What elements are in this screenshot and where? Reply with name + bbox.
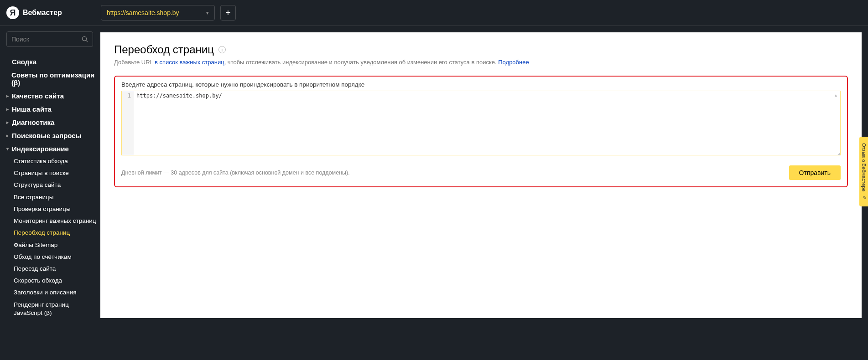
search-placeholder: Поиск <box>11 36 29 43</box>
page-subtitle: Добавьте URL в список важных страниц, чт… <box>114 59 848 66</box>
editor-content: https://samesaite.shop.by/ <box>122 91 840 99</box>
subtitle-mid: , чтобы отслеживать индексирование и пол… <box>224 59 499 66</box>
nav-label: Индексирование <box>12 145 69 153</box>
send-button[interactable]: Отправить <box>789 165 841 180</box>
subtitle-pre: Добавьте URL <box>114 59 155 66</box>
sub-crawl-speed[interactable]: Скорость обхода <box>14 275 97 287</box>
sub-pages-search[interactable]: Страницы в поиске <box>14 167 97 179</box>
caret-right-icon: ▸ <box>6 133 11 138</box>
top-header: Я Вебмастер https://samesaite.shop.by ▾ … <box>0 0 868 26</box>
daily-limit-text: Дневной лимит — 30 адресов для сайта (вк… <box>121 170 350 176</box>
sub-sitemap[interactable]: Файлы Sitemap <box>14 239 97 251</box>
highlighted-form: Введите адреса страниц, которые нужно пр… <box>114 76 848 187</box>
sub-recrawl[interactable]: Переобход страниц <box>14 227 97 239</box>
sidebar: Поиск Сводка Советы по оптимизации (β) ▸… <box>0 26 99 324</box>
selected-site-url: https://samesaite.shop.by <box>107 9 179 16</box>
chevron-down-icon: ▾ <box>206 10 209 16</box>
sub-js-render[interactable]: Рендеринг страниц JavaScript (β) <box>14 299 97 319</box>
page-title-text: Переобход страниц <box>114 43 214 56</box>
more-link[interactable]: Подробнее <box>498 59 529 66</box>
sub-monitoring[interactable]: Мониторинг важных страниц <box>14 215 97 227</box>
nav-diagnostics[interactable]: ▸Диагностика <box>6 116 97 129</box>
urls-input-label: Введите адреса страниц, которые нужно пр… <box>121 81 841 88</box>
nav-label: Сводка <box>12 58 36 66</box>
nav-indexing[interactable]: ▾Индексирование <box>6 142 97 155</box>
service-name: Вебмастер <box>23 9 62 17</box>
nav-label: Качество сайта <box>12 92 64 100</box>
sub-structure[interactable]: Структура сайта <box>14 179 97 191</box>
search-icon <box>82 36 88 44</box>
main-content: Переобход страниц i Добавьте URL в списо… <box>100 32 862 318</box>
sub-page-check[interactable]: Проверка страницы <box>14 203 97 215</box>
sub-crawl-stats[interactable]: Статистика обхода <box>14 155 97 167</box>
sub-site-move[interactable]: Переезд сайта <box>14 263 97 275</box>
scroll-up-icon[interactable]: ▴ <box>835 93 839 97</box>
important-pages-link[interactable]: в список важных страниц <box>155 59 224 66</box>
nav-label: Советы по оптимизации (β) <box>11 71 97 87</box>
nav-label: Ниша сайта <box>12 105 52 113</box>
caret-right-icon: ▸ <box>6 120 11 125</box>
nav-summary[interactable]: Сводка <box>6 55 97 68</box>
sub-counters[interactable]: Обход по счётчикам <box>14 251 97 263</box>
editor-gutter: 1 <box>122 91 134 155</box>
urls-code-editor[interactable]: 1 https://samesaite.shop.by/ ▴ ◢ <box>121 91 841 155</box>
nav-label: Диагностика <box>12 118 54 126</box>
yandex-logo-icon: Я <box>6 6 19 19</box>
site-dropdown[interactable]: https://samesaite.shop.by ▾ <box>101 5 215 21</box>
caret-down-icon: ▾ <box>6 146 11 151</box>
sidebar-search-input[interactable]: Поиск <box>6 31 93 47</box>
feedback-icon: ✎ <box>861 194 867 200</box>
svg-line-1 <box>86 41 88 42</box>
sub-titles[interactable]: Заголовки и описания <box>14 287 97 298</box>
nav-niche[interactable]: ▸Ниша сайта <box>6 103 97 116</box>
nav-quality[interactable]: ▸Качество сайта <box>6 89 97 103</box>
add-site-button[interactable]: + <box>220 5 236 21</box>
nav-label: Поисковые запросы <box>12 132 81 139</box>
caret-right-icon: ▸ <box>6 93 11 98</box>
indexing-submenu: Статистика обхода Страницы в поиске Стру… <box>6 155 97 319</box>
site-selector-block: https://samesaite.shop.by ▾ + <box>101 5 236 21</box>
page-title: Переобход страниц i <box>114 43 848 56</box>
nav-advice[interactable]: Советы по оптимизации (β) <box>6 68 97 89</box>
caret-right-icon: ▸ <box>6 107 11 112</box>
feedback-tab[interactable]: Отзыв о Вебмастере ✎ <box>859 137 868 206</box>
svg-point-0 <box>82 36 86 41</box>
nav-queries[interactable]: ▸Поисковые запросы <box>6 129 97 142</box>
sub-all-pages[interactable]: Все страницы <box>14 191 97 203</box>
resize-handle-icon[interactable]: ◢ <box>837 150 841 155</box>
form-footer: Дневной лимит — 30 адресов для сайта (вк… <box>121 165 841 180</box>
info-icon[interactable]: i <box>218 46 226 53</box>
feedback-label: Отзыв о Вебмастере <box>861 143 867 191</box>
logo[interactable]: Я Вебмастер <box>6 6 62 19</box>
